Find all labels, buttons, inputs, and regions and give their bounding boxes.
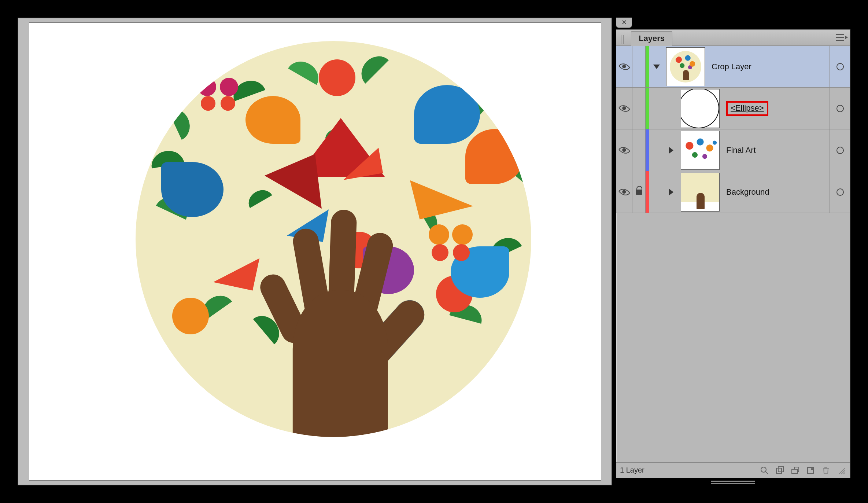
target-button[interactable] bbox=[830, 88, 850, 129]
svg-rect-2 bbox=[776, 468, 782, 473]
artwork-circle bbox=[136, 41, 531, 437]
indent-spacer bbox=[649, 88, 664, 129]
layers-panel-wrap: ✕ Layers Crop Layer<Ellipse>Final ArtBac… bbox=[616, 18, 850, 485]
layer-thumbnail[interactable] bbox=[681, 131, 720, 170]
layer-color-stripe bbox=[646, 88, 649, 129]
eye-icon bbox=[618, 186, 630, 198]
app-frame: ✕ Layers Crop Layer<Ellipse>Final ArtBac… bbox=[0, 0, 868, 503]
panel-collapse-icon[interactable] bbox=[619, 33, 626, 46]
apple-shape bbox=[319, 59, 355, 96]
leaf-shape bbox=[355, 50, 389, 84]
lock-toggle[interactable] bbox=[632, 88, 646, 129]
target-icon bbox=[836, 105, 844, 112]
layer-thumbnail[interactable] bbox=[681, 89, 720, 128]
visibility-toggle[interactable] bbox=[616, 88, 632, 129]
leaf-shape bbox=[288, 56, 324, 85]
eye-icon bbox=[618, 102, 630, 114]
indent-spacer[interactable] bbox=[664, 129, 679, 171]
new-layer-icon[interactable] bbox=[805, 466, 816, 475]
eye-icon bbox=[618, 60, 630, 73]
target-icon bbox=[836, 147, 844, 154]
target-button[interactable] bbox=[830, 171, 850, 213]
layer-name-label[interactable]: Crop Layer bbox=[712, 62, 830, 71]
annotation-highlight: <Ellipse> bbox=[726, 101, 768, 116]
panel-menu-icon[interactable] bbox=[835, 33, 846, 42]
svg-point-0 bbox=[761, 467, 766, 472]
bird-shape bbox=[213, 250, 259, 291]
leaf-shape bbox=[244, 186, 272, 208]
hand-trunk bbox=[256, 217, 417, 437]
indent-spacer bbox=[649, 171, 664, 213]
apple-shape bbox=[172, 298, 209, 334]
visibility-toggle[interactable] bbox=[616, 46, 632, 87]
indent-spacer bbox=[664, 88, 679, 129]
butterfly-shape bbox=[429, 224, 473, 261]
svg-rect-3 bbox=[778, 467, 783, 472]
svg-line-1 bbox=[765, 471, 768, 474]
eye-icon bbox=[618, 144, 630, 156]
search-icon[interactable] bbox=[759, 466, 769, 475]
target-icon bbox=[836, 188, 844, 196]
lock-toggle[interactable] bbox=[632, 46, 646, 87]
layer-color-stripe bbox=[646, 171, 649, 213]
target-button[interactable] bbox=[830, 129, 850, 171]
panel-close-button[interactable]: ✕ bbox=[616, 18, 632, 28]
chevron-right-icon[interactable] bbox=[669, 147, 673, 154]
indent-spacer bbox=[649, 129, 664, 171]
bird-shape bbox=[410, 167, 473, 219]
lock-icon bbox=[636, 190, 642, 195]
layer-name-label[interactable]: Background bbox=[726, 187, 830, 197]
clipping-mask-icon[interactable] bbox=[775, 466, 785, 475]
lock-toggle[interactable] bbox=[632, 129, 646, 171]
leaf-shape bbox=[167, 104, 195, 140]
layers-list: Crop Layer<Ellipse>Final ArtBackground bbox=[616, 46, 850, 462]
layer-row[interactable]: Background bbox=[616, 171, 850, 213]
target-icon bbox=[836, 63, 844, 70]
target-button[interactable] bbox=[830, 46, 850, 87]
layer-color-stripe bbox=[646, 129, 649, 171]
layer-color-stripe bbox=[646, 46, 649, 87]
indent-spacer[interactable] bbox=[649, 46, 664, 87]
layer-thumbnail[interactable] bbox=[681, 173, 720, 212]
layer-row[interactable]: Final Art bbox=[616, 129, 850, 171]
artboard[interactable] bbox=[29, 23, 601, 480]
layer-name-label[interactable]: Final Art bbox=[726, 146, 830, 155]
lock-toggle[interactable] bbox=[632, 171, 646, 213]
svg-rect-4 bbox=[792, 469, 798, 474]
layer-row[interactable]: <Ellipse> bbox=[616, 88, 850, 129]
canvas-workspace[interactable] bbox=[18, 18, 612, 485]
panel-footer: 1 Layer bbox=[616, 462, 850, 478]
bird-shape bbox=[414, 85, 480, 144]
panel-resize-grip[interactable] bbox=[697, 480, 770, 485]
layer-row[interactable]: Crop Layer bbox=[616, 46, 850, 88]
trash-icon[interactable] bbox=[821, 466, 831, 475]
bird-shape bbox=[465, 129, 524, 184]
layer-count-label: 1 Layer bbox=[620, 466, 754, 474]
new-sublayer-icon[interactable] bbox=[790, 466, 800, 475]
layers-tab[interactable]: Layers bbox=[631, 31, 672, 46]
bird-shape bbox=[245, 96, 300, 144]
bird-shape bbox=[161, 162, 224, 217]
indent-spacer[interactable] bbox=[664, 171, 679, 213]
chevron-right-icon[interactable] bbox=[669, 189, 673, 195]
panel-header: Layers bbox=[616, 30, 850, 46]
layer-name-label[interactable]: <Ellipse> bbox=[726, 101, 830, 116]
butterfly-shape bbox=[198, 78, 238, 111]
visibility-toggle[interactable] bbox=[616, 171, 632, 213]
visibility-toggle[interactable] bbox=[616, 129, 632, 171]
svg-line-8 bbox=[843, 473, 845, 474]
layer-thumbnail[interactable] bbox=[666, 47, 705, 86]
chevron-down-icon[interactable] bbox=[653, 65, 660, 69]
resize-corner-icon[interactable] bbox=[836, 466, 846, 475]
layers-panel: Layers Crop Layer<Ellipse>Final ArtBackg… bbox=[616, 29, 850, 478]
